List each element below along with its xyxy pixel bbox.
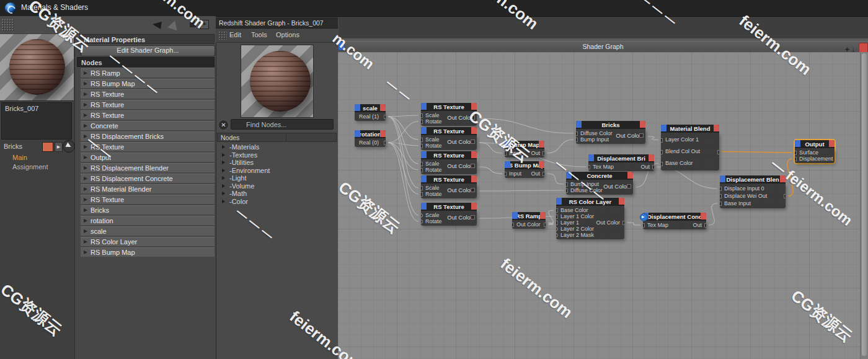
material-color-swatch[interactable]: [42, 142, 53, 152]
node-list-item[interactable]: RS Displacement Bricks: [81, 131, 215, 141]
expand-triangle-icon[interactable]: [84, 92, 87, 96]
scrollbar-thumb[interactable]: [862, 53, 867, 356]
input-port[interactable]: [505, 172, 507, 176]
graph-node-title[interactable]: Concrete: [566, 172, 633, 180]
node-list-item[interactable]: RS Bump Map: [81, 247, 215, 257]
expand-triangle-icon[interactable]: [84, 250, 87, 254]
input-port[interactable]: [556, 233, 558, 237]
material-preview[interactable]: [0, 34, 74, 101]
graph-canvas[interactable]: scaleReal (1)rotationReal (0)RS TextureS…: [338, 52, 860, 359]
graph-node-tex3[interactable]: RS TextureScaleRotateOut Color: [421, 151, 477, 174]
tree-item[interactable]: -Light: [221, 174, 332, 182]
output-port[interactable]: [471, 188, 475, 192]
graph-node-bricks[interactable]: BricksDiffuse ColorBump InputOut Color: [576, 121, 645, 144]
node-list-item[interactable]: RS Texture: [81, 110, 215, 120]
channel-assignment[interactable]: Assignment: [12, 163, 48, 171]
expand-triangle-icon[interactable]: [222, 184, 225, 188]
tree-item[interactable]: -Environment: [221, 167, 332, 175]
wire[interactable]: [547, 174, 564, 184]
output-port[interactable]: [471, 164, 475, 168]
menu-options[interactable]: Options: [276, 31, 299, 38]
input-port[interactable]: [576, 138, 578, 142]
panel-grip-icon[interactable]: [1, 19, 14, 31]
output-port[interactable]: [542, 151, 544, 156]
output-port[interactable]: [384, 141, 386, 145]
node-list-item[interactable]: RS Displacement Concrete: [81, 174, 215, 183]
expand-triangle-icon[interactable]: [84, 82, 87, 86]
tree-item[interactable]: -Math: [221, 190, 332, 198]
graph-node-tex4[interactable]: RS TextureScaleRotateOut Color: [421, 175, 477, 198]
expand-triangle-icon[interactable]: [222, 161, 225, 164]
expand-triangle-icon[interactable]: [84, 219, 87, 223]
material-row[interactable]: Bricks ▶: [0, 141, 74, 154]
expand-triangle-icon[interactable]: [84, 198, 87, 202]
input-port[interactable]: [421, 186, 423, 190]
graph-node-title[interactable]: Bricks: [576, 121, 645, 129]
wire[interactable]: [709, 203, 717, 225]
input-port[interactable]: [795, 151, 797, 155]
output-port[interactable]: [471, 215, 475, 219]
wire-active[interactable]: [787, 159, 793, 196]
node-list-item[interactable]: RS Texture: [81, 89, 215, 99]
graph-node-tex1[interactable]: RS TextureScaleRotateOut Color: [421, 103, 477, 126]
graph-node-output[interactable]: OutputSurfaceDisplacement: [795, 140, 835, 163]
expand-triangle-icon[interactable]: [84, 177, 87, 180]
input-port[interactable]: [720, 194, 722, 198]
node-list-item[interactable]: scale: [81, 226, 215, 236]
input-port[interactable]: [421, 219, 423, 224]
tree-item[interactable]: -Utilities: [221, 159, 332, 167]
input-port[interactable]: [421, 168, 423, 172]
material-name-field[interactable]: Bricks_007: [1, 102, 72, 140]
input-port[interactable]: [421, 120, 423, 124]
edit-shader-graph-button[interactable]: Edit Shader Graph...: [81, 45, 215, 56]
graph-node-bump2[interactable]: RS Bump MapInputOut: [505, 161, 544, 178]
graph-node-bump1[interactable]: Bump MapInputOut: [505, 141, 544, 157]
channel-main[interactable]: Main: [12, 154, 27, 161]
wire[interactable]: [547, 140, 574, 153]
graph-node-matblend[interactable]: Material BlendLayer Color 1Blend Col Out…: [661, 125, 719, 171]
input-port[interactable]: [421, 113, 423, 118]
input-port[interactable]: [661, 150, 663, 154]
output-port[interactable]: [784, 194, 786, 198]
graph-node-title[interactable]: Displacement Blen: [720, 175, 786, 184]
menu-grip-icon[interactable]: [218, 31, 227, 40]
node-list-item[interactable]: RS Texture: [81, 142, 215, 151]
node-list-item[interactable]: RS Bump Map: [81, 79, 215, 88]
output-port[interactable]: [639, 133, 644, 138]
node-list-item[interactable]: RS Ramp: [81, 68, 215, 78]
graph-node-dispconc[interactable]: Displacement ConcTex MapOut: [643, 213, 706, 229]
expand-arrow-button[interactable]: ▶: [55, 142, 63, 152]
graph-node-title[interactable]: RS Texture: [421, 103, 477, 111]
expand-triangle-icon[interactable]: [84, 187, 87, 191]
graph-node-title[interactable]: RS Texture: [421, 203, 477, 211]
node-list-item[interactable]: RS Texture: [81, 100, 215, 109]
graph-node-ramp[interactable]: RS RampOut Color: [512, 212, 546, 229]
graph-node-rotation[interactable]: rotationReal (0): [355, 130, 386, 147]
wire[interactable]: [388, 117, 418, 188]
input-port[interactable]: [421, 192, 423, 197]
output-port[interactable]: [717, 150, 719, 154]
graph-node-dispblend[interactable]: Displacement BlenDisplace Input 0Displac…: [720, 175, 786, 208]
input-port[interactable]: [643, 223, 645, 228]
graph-node-title[interactable]: Displacement Bri: [588, 154, 654, 162]
input-port[interactable]: [556, 221, 558, 225]
menu-edit[interactable]: Edit: [229, 31, 241, 38]
node-list-item[interactable]: RS Color Layer: [81, 237, 215, 246]
tree-item[interactable]: -Color: [221, 198, 332, 206]
graph-node-title[interactable]: RS Color Layer: [556, 198, 624, 206]
graph-node-title[interactable]: RS Texture: [421, 151, 477, 159]
tree-item[interactable]: -Volume: [221, 182, 332, 190]
node-list-item[interactable]: RS Texture: [81, 195, 215, 204]
graph-node-title[interactable]: Material Blend: [661, 125, 719, 133]
output-port[interactable]: [471, 115, 475, 120]
expand-triangle-icon[interactable]: [84, 166, 87, 170]
output-port[interactable]: [627, 184, 631, 188]
menu-tools[interactable]: Tools: [251, 31, 267, 38]
expand-triangle-icon[interactable]: [222, 145, 225, 149]
input-port[interactable]: [421, 138, 423, 142]
output-port[interactable]: [471, 140, 475, 144]
node-list-item[interactable]: RS Displacement Blender: [81, 163, 215, 172]
expand-triangle-icon[interactable]: [84, 71, 87, 75]
expand-triangle-icon[interactable]: [84, 145, 87, 149]
input-port[interactable]: [505, 151, 507, 156]
